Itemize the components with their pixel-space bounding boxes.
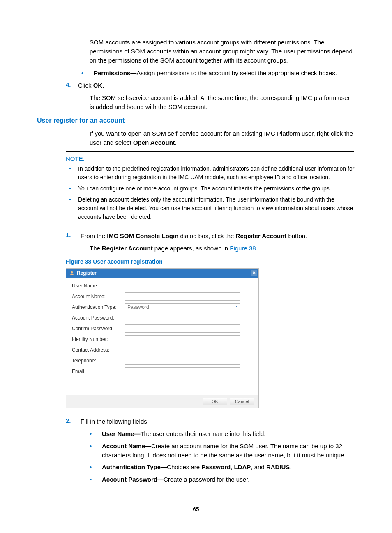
step-1-text: From the IMC SOM Console Login dialog bo… xyxy=(81,232,355,241)
figure-caption: Figure 38 User account registration xyxy=(66,258,355,265)
user-name-input[interactable] xyxy=(125,282,240,290)
register-dialog: Register ✕ User Name: Account Name: Auth… xyxy=(66,268,259,408)
bullet-icon: • xyxy=(81,69,94,78)
account-name-input[interactable] xyxy=(125,292,240,301)
identity-number-input[interactable] xyxy=(125,335,240,343)
contact-address-label: Contact Address: xyxy=(72,347,125,353)
account-password-input[interactable] xyxy=(125,314,240,322)
field-auth-type: Authentication Type—Choices are Password… xyxy=(102,463,355,472)
dialog-title-text: Register xyxy=(77,270,97,276)
user-name-label: User Name: xyxy=(72,283,125,289)
cancel-button[interactable]: Cancel xyxy=(230,398,254,405)
dialog-titlebar: Register ✕ xyxy=(66,269,258,278)
bullet-icon: • xyxy=(90,463,102,472)
page-number: 65 xyxy=(0,506,392,512)
confirm-password-label: Confirm Password: xyxy=(72,326,125,331)
telephone-label: Telephone: xyxy=(72,358,125,364)
auth-type-select[interactable]: Password ˅ xyxy=(125,303,240,311)
note-item-2: You can configure one or more account gr… xyxy=(78,184,355,193)
step-2-text: Fill in the following fields: xyxy=(81,417,355,426)
contact-address-input[interactable] xyxy=(125,346,240,354)
note-item-1: In addition to the predefined registrati… xyxy=(78,165,355,182)
bullet-icon: • xyxy=(90,475,102,484)
step-1-number: 1. xyxy=(66,232,81,241)
email-label: Email: xyxy=(72,368,125,374)
bullet-icon: • xyxy=(69,184,78,193)
ok-button[interactable]: OK xyxy=(203,398,227,405)
intro-paragraph: SOM accounts are assigned to various acc… xyxy=(90,38,355,65)
bullet-icon: • xyxy=(69,165,78,182)
bullet-icon: • xyxy=(69,195,78,221)
step-4-after: The SOM self-service account is added. A… xyxy=(90,93,355,111)
divider-top xyxy=(66,151,354,152)
close-icon[interactable]: ✕ xyxy=(251,270,257,276)
permissions-label: Permissions— xyxy=(94,70,136,76)
step-4-number: 4. xyxy=(66,81,78,90)
field-account-password: Account Password—Create a password for t… xyxy=(102,475,355,484)
figure-link[interactable]: Figure 38 xyxy=(230,245,256,252)
step-4-text: Click OK. xyxy=(78,81,355,90)
telephone-input[interactable] xyxy=(125,357,240,365)
permissions-text: Assign permissions to the account by sel… xyxy=(136,70,337,76)
dialog-footer: OK Cancel xyxy=(66,395,258,408)
field-user-name: User Name—The user enters their user nam… xyxy=(102,429,355,438)
confirm-password-input[interactable] xyxy=(125,324,240,333)
note-item-3: Deleting an account deletes only the acc… xyxy=(78,195,355,221)
account-name-label: Account Name: xyxy=(72,294,125,299)
section-intro: If you want to open an SOM self-service … xyxy=(90,129,355,147)
chevron-down-icon[interactable]: ˅ xyxy=(233,304,240,311)
divider-bottom xyxy=(66,224,354,224)
permissions-bullet: Permissions—Assign permissions to the ac… xyxy=(94,69,355,78)
bullet-icon: • xyxy=(90,429,102,438)
field-account-name: Account Name—Create an account name for … xyxy=(102,442,355,460)
section-heading: User register for an account xyxy=(37,117,355,124)
email-input[interactable] xyxy=(125,367,240,375)
user-icon xyxy=(69,271,74,276)
bullet-icon: • xyxy=(90,442,102,460)
note-label: NOTE: xyxy=(66,155,355,162)
account-password-label: Account Password: xyxy=(72,315,125,321)
step-2-number: 2. xyxy=(66,417,81,426)
step-1-after: The Register Account page appears, as sh… xyxy=(90,244,355,253)
svg-point-0 xyxy=(71,271,73,273)
auth-type-value: Password xyxy=(125,304,152,310)
identity-number-label: Identity Number: xyxy=(72,336,125,342)
auth-type-label: Authentication Type: xyxy=(72,304,125,310)
